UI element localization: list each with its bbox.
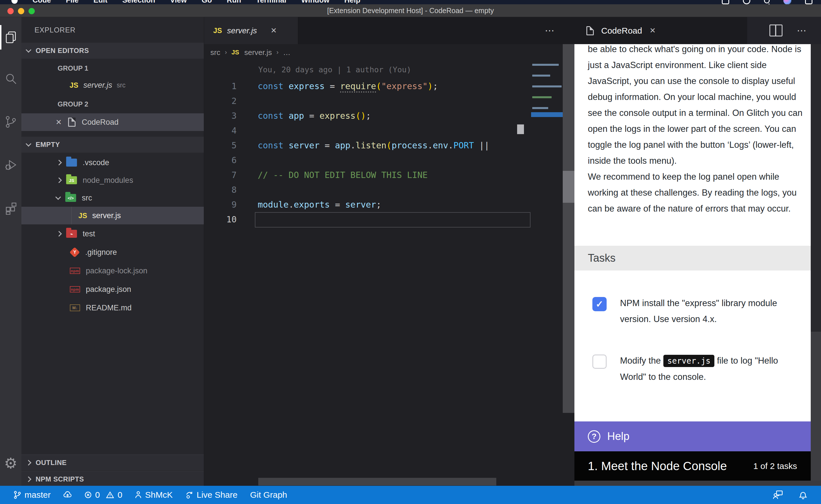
menu-item-selection[interactable]: Selection <box>122 0 155 4</box>
siri-icon[interactable] <box>783 0 791 4</box>
tab-serverjs[interactable]: JS server.js ✕ <box>204 17 298 44</box>
status-menu-icon[interactable] <box>743 0 750 4</box>
coderoad-panel: CodeRoad ✕ ⋯ be able to check what's goi… <box>574 17 821 486</box>
editor-scrollbar-thumb[interactable] <box>517 124 524 134</box>
vertical-scrollbar-thumb[interactable] <box>563 171 575 203</box>
code-area[interactable]: You, 20 days ago | 1 author (You) 1const… <box>204 61 562 486</box>
code-line: 8 <box>204 183 562 197</box>
status-menu-icon[interactable] <box>722 0 729 4</box>
breadcrumb-more[interactable]: … <box>283 48 291 57</box>
lesson-paragraph: We recommend to keep the log panel open … <box>588 169 805 217</box>
code-line: 2 <box>204 94 562 108</box>
feedback-icon[interactable] <box>773 490 783 499</box>
workspace-section-header[interactable]: EMPTY <box>21 137 204 153</box>
notifications-bell-icon[interactable] <box>799 490 807 499</box>
chevron-down-icon <box>55 194 61 200</box>
tab-coderoad[interactable]: CodeRoad ✕ <box>574 17 747 44</box>
status-bar: master 0 0 ShMcK Live Share Git Graph <box>0 486 821 504</box>
chevron-right-icon: › <box>277 49 279 56</box>
chevron-right-icon <box>56 177 62 183</box>
close-tab-icon[interactable]: ✕ <box>650 26 656 35</box>
npm-icon: npm <box>70 268 80 274</box>
open-editors-header[interactable]: OPEN EDITORS <box>21 43 204 59</box>
code-line: 7// -- DO NOT EDIT BELOW THIS LINE <box>204 168 562 183</box>
panel-more-icon[interactable]: ⋯ <box>797 17 806 44</box>
panel-bottom-strip <box>574 481 821 486</box>
user-account-item[interactable]: ShMcK <box>135 490 173 500</box>
outline-header[interactable]: OUTLINE <box>21 454 204 470</box>
test-folder-icon: ⌁ <box>66 230 77 238</box>
webview-scrollbar-thumb[interactable] <box>811 44 821 332</box>
vscode-window: Code File Edit Selection View Go Run Ter… <box>0 0 821 504</box>
chevron-right-icon: › <box>225 49 227 56</box>
menu-item-edit[interactable]: Edit <box>93 0 107 4</box>
git-branch-item[interactable]: master <box>14 490 51 500</box>
close-icon[interactable]: ✕ <box>56 118 62 127</box>
vertical-scrollbar[interactable] <box>563 44 575 413</box>
error-icon <box>84 491 92 499</box>
apple-menu-icon[interactable] <box>11 0 18 4</box>
live-share-item[interactable]: Live Share <box>185 490 238 500</box>
editor-actions-more-icon[interactable]: ⋯ <box>545 17 554 44</box>
tree-item-readme[interactable]: M↓ README.md <box>21 299 204 317</box>
open-editor-serverjs[interactable]: JS server.js src <box>21 76 204 94</box>
help-button[interactable]: ? Help <box>574 421 811 451</box>
coderoad-webview: be able to check what's going on in your… <box>574 44 811 421</box>
menu-item-terminal[interactable]: Terminal <box>256 0 286 4</box>
code-chip: server.js <box>663 355 715 367</box>
spotlight-icon[interactable] <box>764 0 770 3</box>
lesson-title: 1. Meet the Node Console <box>588 459 727 473</box>
open-editor-coderoad[interactable]: ✕ CodeRoad <box>21 113 204 131</box>
problems-item[interactable]: 0 0 <box>84 490 122 500</box>
run-debug-icon[interactable] <box>0 152 21 178</box>
tree-item-node-modules[interactable]: JS node_modules <box>21 171 204 189</box>
source-control-icon[interactable] <box>0 109 21 135</box>
npm-icon: npm <box>70 286 80 292</box>
tree-item-package-json[interactable]: npm package.json <box>21 280 204 298</box>
lesson-paragraph: be able to check what's going on in your… <box>588 44 805 169</box>
close-tab-icon[interactable]: ✕ <box>271 26 277 35</box>
chevron-right-icon <box>56 160 62 165</box>
menu-item-code[interactable]: Code <box>32 0 51 4</box>
menu-item-go[interactable]: Go <box>201 0 212 4</box>
task2-checkbox-unchecked[interactable] <box>592 355 606 369</box>
explorer-icon[interactable] <box>0 24 21 50</box>
menu-item-view[interactable]: View <box>170 0 187 4</box>
gitlens-blame-annotation: You, 20 days ago | 1 author (You) <box>204 61 562 79</box>
breadcrumb-folder[interactable]: src <box>211 48 221 57</box>
settings-gear-icon[interactable]: ⚙ <box>0 450 21 476</box>
webview-scrollbar[interactable] <box>811 44 821 481</box>
warning-icon <box>106 491 114 499</box>
minimap[interactable] <box>531 62 563 142</box>
editor-group1-label: GROUP 1 <box>21 60 204 76</box>
sidebar-title: EXPLORER <box>21 17 204 43</box>
tree-item-serverjs-selected[interactable]: JS server.js <box>21 207 204 224</box>
search-icon[interactable] <box>0 66 21 92</box>
chevron-down-icon <box>26 47 31 53</box>
git-icon: Y <box>70 247 80 258</box>
split-editor-icon[interactable] <box>769 24 783 36</box>
tree-item-gitignore[interactable]: Y .gitignore <box>21 243 204 261</box>
menu-item-file[interactable]: File <box>66 0 79 4</box>
code-line: 6 <box>204 153 562 168</box>
horizontal-scrollbar-thumb[interactable] <box>258 478 496 485</box>
minimap-current-line <box>531 112 563 117</box>
tree-item-src[interactable]: </> src <box>21 189 204 207</box>
control-center-icon[interactable] <box>805 0 812 4</box>
breadcrumb-file[interactable]: server.js <box>244 48 272 57</box>
task1-checkbox-checked[interactable]: ✓ <box>592 297 606 311</box>
publish-changes-item[interactable] <box>63 491 72 499</box>
menu-item-help[interactable]: Help <box>344 0 360 4</box>
menu-item-window[interactable]: Window <box>301 0 329 4</box>
npm-scripts-header[interactable]: NPM SCRIPTS <box>21 471 204 487</box>
breadcrumb: src › JS server.js › … <box>204 44 574 61</box>
git-graph-item[interactable]: Git Graph <box>250 490 287 500</box>
tree-item-package-lock[interactable]: npm package-lock.json <box>21 262 204 280</box>
lesson-progress: 1 of 2 tasks <box>753 461 797 471</box>
extensions-icon[interactable] <box>0 195 21 221</box>
tree-item-test[interactable]: ⌁ test <box>21 225 204 243</box>
lesson-bar[interactable]: 1. Meet the Node Console 1 of 2 tasks <box>574 451 811 481</box>
menu-item-run[interactable]: Run <box>227 0 241 4</box>
node-modules-folder-icon: JS <box>66 176 77 184</box>
tree-item-vscode[interactable]: .vscode <box>21 154 204 171</box>
